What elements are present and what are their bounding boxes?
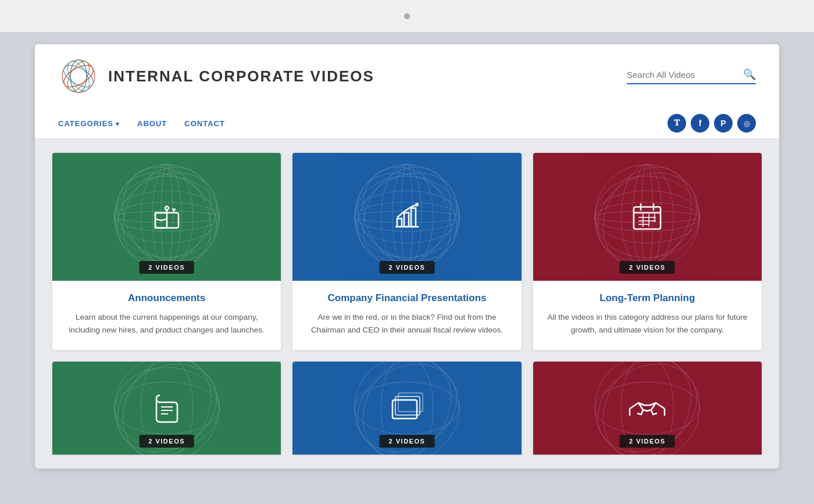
card-announcements[interactable]: 2 VIDEOS Announcements Learn about the c…	[52, 153, 281, 350]
svg-rect-54	[634, 207, 661, 229]
svg-point-43	[415, 203, 419, 206]
mailbox-icon	[147, 196, 187, 237]
handshake-icon	[627, 392, 667, 424]
svg-rect-41	[404, 213, 409, 227]
search-icon[interactable]: 🔍	[743, 68, 756, 81]
video-badge-partnerships: 2 VIDEOS	[620, 435, 675, 448]
site-nav: CATEGORIES ABOUT CONTACT 𝕋 f P ◎	[58, 108, 756, 138]
nav-contact[interactable]: CONTACT	[184, 119, 225, 128]
search-input[interactable]	[627, 70, 743, 80]
logo-area: INTERNAL CORPORATE VIDEOS	[58, 56, 374, 96]
svg-rect-40	[397, 219, 402, 227]
video-badge-financial: 2 VIDEOS	[380, 261, 435, 274]
site-title: INTERNAL CORPORATE VIDEOS	[108, 67, 374, 85]
svg-point-6	[70, 60, 87, 92]
video-badge-announcements: 2 VIDEOS	[139, 261, 194, 274]
card-body-planning: Long-Term Planning All the videos in thi…	[533, 281, 762, 350]
card-body-financial: Company Financial Presentations Are we i…	[292, 281, 521, 350]
browser-bar	[0, 0, 814, 33]
pinterest-icon[interactable]: P	[714, 114, 733, 133]
card-title-announcements: Announcements	[66, 292, 267, 304]
site-header: INTERNAL CORPORATE VIDEOS 🔍 CATEGORIES A…	[35, 44, 779, 139]
video-badge-policies: 2 VIDEOS	[139, 435, 194, 448]
svg-point-24	[165, 206, 169, 210]
card-image-partnerships: 2 VIDEOS	[533, 362, 762, 455]
svg-point-0	[62, 60, 95, 92]
video-badge-resources: 2 VIDEOS	[380, 435, 435, 448]
cards-grid: 2 VIDEOS Announcements Learn about the c…	[52, 153, 762, 455]
svg-rect-42	[411, 208, 416, 227]
card-image-resources: 2 VIDEOS	[292, 362, 521, 455]
nav-about[interactable]: ABOUT	[137, 119, 167, 128]
header-top: INTERNAL CORPORATE VIDEOS 🔍	[58, 56, 756, 108]
logo-icon	[58, 56, 99, 96]
scroll-icon	[149, 391, 184, 426]
card-partnerships[interactable]: 2 VIDEOS	[533, 362, 762, 455]
facebook-icon[interactable]: f	[691, 114, 709, 133]
search-area: 🔍	[627, 68, 756, 84]
card-image-financial: 2 VIDEOS	[292, 153, 521, 281]
card-image-announcements: 2 VIDEOS	[52, 153, 281, 281]
svg-rect-80	[398, 393, 423, 412]
card-financial[interactable]: 2 VIDEOS Company Financial Presentations…	[292, 153, 521, 350]
social-icons: 𝕋 f P ◎	[667, 114, 756, 133]
card-desc-planning: All the videos in this category address …	[547, 311, 748, 336]
card-planning[interactable]: 2 VIDEOS Long-Term Planning All the vide…	[533, 153, 762, 350]
instagram-icon[interactable]: ◎	[737, 114, 756, 133]
nav-left: CATEGORIES ABOUT CONTACT	[58, 119, 225, 128]
card-image-planning: 2 VIDEOS	[533, 153, 762, 281]
card-body-announcements: Announcements Learn about the current ha…	[52, 281, 281, 350]
cards-icon	[388, 389, 426, 427]
calendar-icon	[627, 196, 667, 237]
card-title-planning: Long-Term Planning	[547, 292, 748, 304]
browser-dot	[404, 13, 410, 19]
card-image-policies: 2 VIDEOS	[52, 362, 281, 455]
nav-categories[interactable]: CATEGORIES	[58, 119, 120, 128]
video-badge-planning: 2 VIDEOS	[620, 261, 675, 274]
card-resources[interactable]: 2 VIDEOS	[292, 362, 521, 455]
card-desc-financial: Are we in the red, or in the black? Find…	[306, 311, 507, 336]
card-desc-announcements: Learn about the current happenings at ou…	[66, 311, 267, 336]
card-policies[interactable]: 2 VIDEOS	[52, 362, 281, 455]
card-title-financial: Company Financial Presentations	[306, 292, 507, 304]
chart-icon	[387, 196, 427, 237]
main-content: 2 VIDEOS Announcements Learn about the c…	[35, 139, 779, 469]
site-wrapper: INTERNAL CORPORATE VIDEOS 🔍 CATEGORIES A…	[35, 44, 779, 469]
svg-rect-78	[392, 400, 417, 419]
twitter-icon[interactable]: 𝕋	[667, 114, 686, 133]
